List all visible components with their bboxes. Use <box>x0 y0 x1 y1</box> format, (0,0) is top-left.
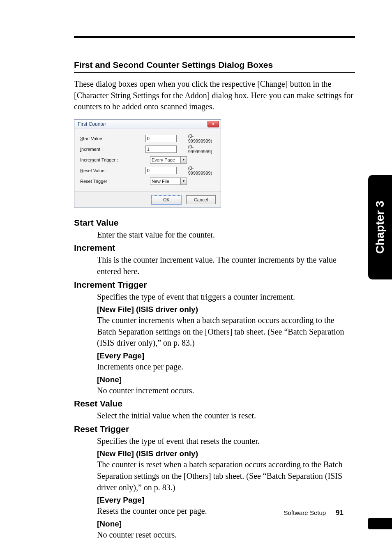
chapter-tab: Chapter 3 <box>368 175 392 279</box>
dialog-titlebar: First Counter x <box>74 120 221 129</box>
select-reset-trigger-value: New File <box>152 179 169 184</box>
cancel-button[interactable]: Cancel <box>186 195 216 204</box>
p-start-value: Enter the start value for the counter. <box>97 229 355 241</box>
row-reset-value: Reset Value : (0-999999999) <box>80 165 216 176</box>
input-reset-value[interactable] <box>145 167 177 174</box>
label-increment: Increment : <box>80 147 145 152</box>
h-rt-none: [None] <box>97 519 355 529</box>
first-counter-dialog: First Counter x Start Value : (0-9999999… <box>74 119 221 208</box>
page-number: 91 <box>336 509 344 517</box>
row-increment-trigger: Increment Trigger : Every Page ▼ <box>80 155 216 165</box>
section-heading: First and Second Counter Settings Dialog… <box>74 60 355 73</box>
p-increment: This is the counter increment value. The… <box>97 254 355 277</box>
dialog-body: Start Value : (0-999999999) Increment : … <box>74 129 221 192</box>
p-rt-newfile: The counter is reset when a batch separa… <box>97 459 355 493</box>
definitions: Start Value Enter the start value for th… <box>74 218 355 541</box>
page: First and Second Counter Settings Dialog… <box>0 0 392 554</box>
label-increment-trigger: Increment Trigger : <box>80 157 150 162</box>
p-rt-none: No counter reset occurs. <box>97 529 355 541</box>
row-increment: Increment : (0-999999999) <box>80 144 216 155</box>
dialog-button-row: OK Cancel <box>74 192 221 208</box>
h-inc-every: [Every Page] <box>97 351 355 360</box>
p-inc-newfile: The counter increments when a batch sepa… <box>97 315 355 349</box>
p-inc-every: Increments once per page. <box>97 361 355 373</box>
select-reset-trigger[interactable]: New File ▼ <box>150 178 187 185</box>
h-inc-none: [None] <box>97 375 355 384</box>
h-rt-every: [Every Page] <box>97 496 355 505</box>
page-footer: Software Setup 91 <box>284 509 344 517</box>
chapter-tab-label: Chapter 3 <box>374 201 387 254</box>
range-increment: (0-999999999) <box>188 144 216 154</box>
input-increment[interactable] <box>145 145 177 153</box>
close-icon[interactable]: x <box>208 121 219 127</box>
ok-button[interactable]: OK <box>152 195 181 204</box>
input-start-value[interactable] <box>145 135 177 142</box>
thumb-index <box>368 518 392 529</box>
h-start-value: Start Value <box>74 218 355 228</box>
select-increment-trigger-value: Every Page <box>152 157 175 162</box>
chevron-down-icon: ▼ <box>180 157 187 163</box>
footer-section: Software Setup <box>284 509 326 516</box>
label-reset-trigger: Reset Trigger : <box>80 179 150 184</box>
row-start-value: Start Value : (0-999999999) <box>80 133 216 144</box>
label-reset-value: Reset Value : <box>80 168 145 173</box>
top-rule <box>74 36 355 38</box>
h-inc-trigger: Increment Trigger <box>74 280 355 290</box>
h-reset-value: Reset Value <box>74 399 355 409</box>
h-rt-newfile: [New File] (ISIS driver only) <box>97 449 355 458</box>
h-increment: Increment <box>74 243 355 253</box>
intro-paragraph: These dialog boxes open when you click t… <box>74 78 355 113</box>
label-start-value: Start Value : <box>80 136 145 141</box>
p-inc-none: No counter increment occurs. <box>97 385 355 397</box>
p-reset-value: Select the initial value when the counte… <box>97 410 355 422</box>
row-reset-trigger: Reset Trigger : New File ▼ <box>80 176 216 187</box>
range-start-value: (0-999999999) <box>188 134 216 143</box>
chevron-down-icon: ▼ <box>180 178 187 185</box>
range-reset-value: (0-999999999) <box>188 166 216 175</box>
p-inc-trigger: Specifies the type of event that trigger… <box>97 291 355 303</box>
h-reset-trigger: Reset Trigger <box>74 424 355 434</box>
select-increment-trigger[interactable]: Every Page ▼ <box>150 156 187 164</box>
dialog-title-text: First Counter <box>78 121 106 127</box>
h-inc-newfile: [New File] (ISIS driver only) <box>97 305 355 314</box>
p-reset-trigger: Specifies the type of event that resets … <box>97 436 355 447</box>
